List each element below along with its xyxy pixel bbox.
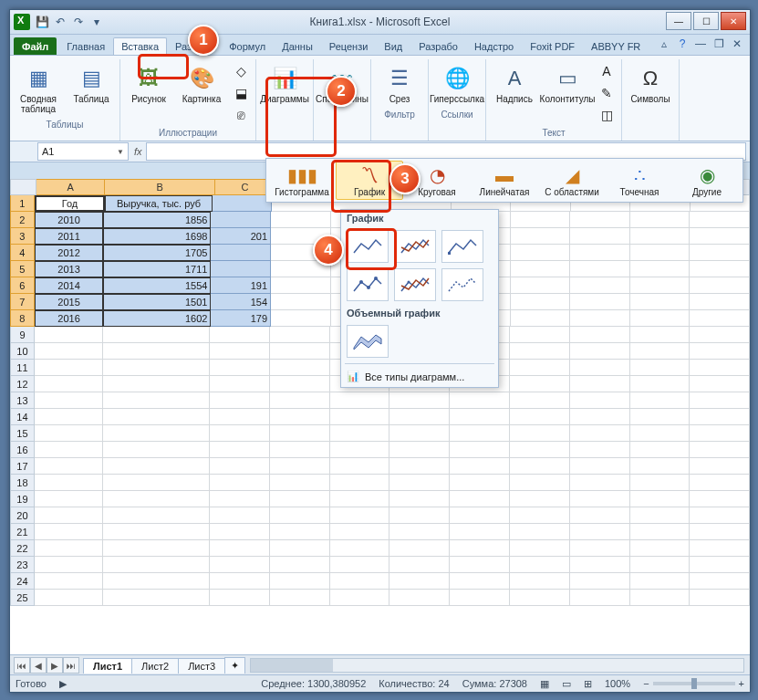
cell[interactable]: [511, 294, 571, 310]
cell[interactable]: [35, 540, 103, 557]
cell[interactable]: [330, 590, 390, 606]
cell[interactable]: [570, 376, 630, 392]
row-header[interactable]: 5: [10, 261, 35, 277]
line-chart-option-6[interactable]: [441, 268, 483, 301]
view-layout-icon[interactable]: ▭: [562, 678, 571, 690]
cell[interactable]: [510, 557, 570, 573]
area-chart-button[interactable]: ◢ С областями: [538, 161, 606, 200]
tab-next-icon[interactable]: ▶: [47, 657, 63, 674]
cell[interactable]: [270, 425, 330, 442]
cell[interactable]: [630, 491, 691, 507]
cell[interactable]: [690, 524, 750, 540]
cell[interactable]: [210, 360, 270, 376]
cell[interactable]: [630, 277, 691, 294]
cell[interactable]: [690, 277, 750, 294]
cell[interactable]: [690, 475, 750, 491]
cell[interactable]: [511, 261, 571, 277]
cell[interactable]: [330, 392, 390, 409]
cell[interactable]: [389, 409, 450, 425]
cell[interactable]: [389, 524, 450, 540]
row-header-1[interactable]: 1: [10, 195, 35, 212]
cell[interactable]: [103, 343, 210, 360]
name-box[interactable]: A1 ▼: [37, 142, 129, 161]
zoom-in-icon[interactable]: +: [739, 678, 744, 689]
symbols-button[interactable]: Ω Символы: [626, 61, 675, 107]
cell[interactable]: [35, 475, 103, 491]
row-header[interactable]: 19: [10, 491, 35, 507]
tab-data[interactable]: Данны: [274, 37, 321, 55]
tab-dev[interactable]: Разрабо: [410, 37, 466, 55]
cell[interactable]: [690, 343, 750, 360]
cell[interactable]: [35, 524, 103, 540]
cell[interactable]: [450, 590, 510, 606]
picture-button[interactable]: 🖼 Рисунок: [124, 61, 173, 107]
cell[interactable]: [103, 360, 210, 376]
cell[interactable]: [330, 491, 390, 507]
cell[interactable]: [210, 392, 270, 409]
cell[interactable]: [511, 310, 571, 327]
cell[interactable]: [570, 212, 630, 228]
cell[interactable]: [690, 327, 750, 343]
cell[interactable]: 2014: [35, 277, 104, 294]
cell[interactable]: 191: [211, 277, 271, 294]
cell[interactable]: [389, 590, 450, 606]
qat-more-icon[interactable]: ▾: [88, 14, 105, 30]
cell[interactable]: [210, 458, 270, 475]
screenshot-icon[interactable]: ⎚: [230, 105, 252, 125]
cell[interactable]: [570, 245, 630, 261]
cell[interactable]: [510, 343, 570, 360]
cell[interactable]: [270, 590, 330, 606]
cell[interactable]: [210, 409, 270, 425]
signature-icon[interactable]: ✎: [596, 83, 618, 103]
cell[interactable]: [330, 409, 390, 425]
cell[interactable]: [511, 245, 571, 261]
cell[interactable]: [330, 540, 390, 557]
cell[interactable]: [570, 524, 630, 540]
cell[interactable]: [35, 360, 103, 376]
cell[interactable]: [270, 327, 330, 343]
cell[interactable]: [389, 573, 450, 590]
scroll-thumb[interactable]: [251, 659, 333, 672]
cell[interactable]: [389, 507, 450, 524]
cell[interactable]: [211, 261, 271, 277]
cell[interactable]: [103, 475, 210, 491]
cell[interactable]: [35, 376, 103, 392]
cell[interactable]: [570, 228, 630, 245]
minimize-button[interactable]: —: [666, 12, 691, 30]
cell[interactable]: [330, 442, 390, 458]
cell[interactable]: [570, 409, 630, 425]
macro-icon[interactable]: ▶: [59, 678, 67, 690]
tab-home[interactable]: Главная: [58, 37, 113, 55]
cell-c1[interactable]: [213, 195, 272, 212]
row-header[interactable]: 22: [10, 540, 35, 557]
cell[interactable]: [510, 425, 570, 442]
cell[interactable]: [630, 310, 691, 327]
cell[interactable]: [210, 524, 270, 540]
cell[interactable]: [570, 475, 630, 491]
row-header[interactable]: 16: [10, 442, 35, 458]
select-all-corner[interactable]: [10, 179, 36, 195]
tab-abbyy[interactable]: ABBYY FR: [583, 37, 649, 55]
cell[interactable]: [35, 425, 103, 442]
sheet-tab-3[interactable]: Лист3: [178, 658, 225, 674]
pivot-table-button[interactable]: ▦ Сводная таблица: [14, 61, 63, 117]
zoom-slider[interactable]: − +: [643, 678, 744, 689]
sheet-tab-1[interactable]: Лист1: [83, 658, 132, 674]
save-icon[interactable]: 💾: [34, 14, 50, 30]
col-header-a[interactable]: A: [36, 179, 105, 195]
cell[interactable]: [103, 327, 210, 343]
row-header[interactable]: 25: [10, 590, 35, 606]
cell[interactable]: [450, 557, 510, 573]
cell[interactable]: [630, 343, 691, 360]
cell[interactable]: [450, 524, 510, 540]
cell[interactable]: [630, 392, 691, 409]
cell[interactable]: [690, 409, 750, 425]
cell[interactable]: [570, 557, 630, 573]
cell[interactable]: [510, 524, 570, 540]
cell[interactable]: [271, 212, 331, 228]
cell[interactable]: [570, 343, 630, 360]
cell[interactable]: 1602: [103, 310, 211, 327]
cell[interactable]: 201: [211, 228, 271, 245]
cell[interactable]: 1698: [103, 228, 211, 245]
tab-file[interactable]: Файл: [14, 37, 57, 55]
